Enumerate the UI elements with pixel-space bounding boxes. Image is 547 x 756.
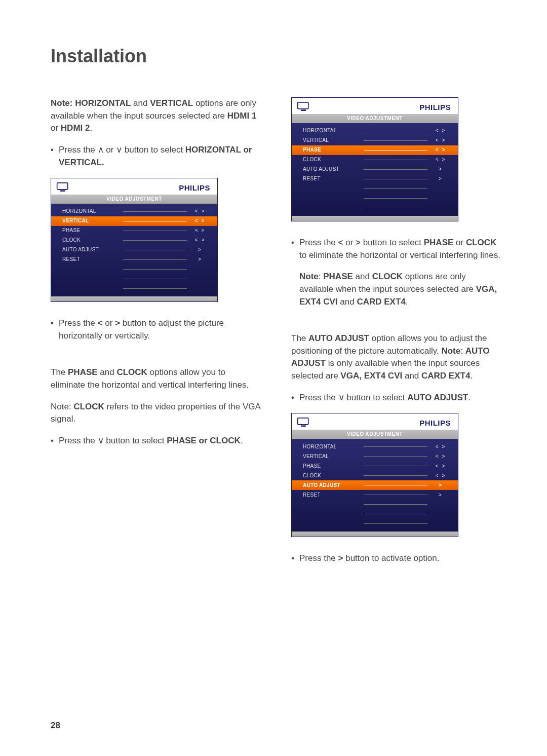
osd-row: HORIZONTAL< > — [303, 442, 451, 451]
osd-row-control: < > — [431, 127, 451, 135]
page-title: Installation — [51, 46, 501, 67]
osd-row-label: HORIZONTAL — [303, 443, 364, 451]
bullet-select-auto-adjust: Press the ∨ button to select AUTO ADJUST… — [291, 392, 501, 404]
bullet-adjust-picture: Press the < or > button to adjust the pi… — [51, 317, 261, 342]
osd-row-control: < > — [190, 227, 210, 235]
osd-row: PHASE< > — [292, 145, 458, 155]
osd-row: VERTICAL< > — [303, 136, 451, 145]
osd-row-control: > — [431, 166, 451, 173]
osd-brand: PHILIPS — [419, 102, 451, 113]
osd-row-blank — [303, 194, 451, 203]
osd-row-blank — [303, 500, 451, 509]
osd-row-label: AUTO ADJUST — [303, 482, 364, 489]
osd-row-control: > — [431, 492, 451, 499]
bullet-select-hv: Press the ∧ or ∨ button to select HORIZO… — [51, 144, 261, 169]
svg-rect-4 — [298, 418, 308, 425]
osd-row-label: PHASE — [62, 227, 123, 235]
osd-row-blank — [62, 284, 210, 293]
note-phase-clock-availability: Note: PHASE and CLOCK options are only a… — [291, 271, 501, 308]
osd-row-label: AUTO ADJUST — [303, 166, 364, 173]
osd-row-control: < > — [190, 237, 210, 244]
osd-row-label: PHASE — [303, 146, 364, 154]
right-column: PHILIPSVIDEO ADJUSTMENTHORIZONTAL< >VERT… — [291, 97, 501, 574]
osd-row-label: HORIZONTAL — [62, 208, 123, 215]
osd-row-control: > — [431, 482, 451, 489]
osd-row: PHASE< > — [62, 226, 210, 236]
osd-row-control: < > — [431, 463, 451, 470]
osd-row: RESET> — [62, 255, 210, 264]
osd-panel-auto-adjust: PHILIPSVIDEO ADJUSTMENTHORIZONTAL< >VERT… — [291, 413, 458, 537]
osd-row: VERTICAL< > — [303, 451, 451, 461]
svg-rect-0 — [57, 183, 68, 190]
osd-row: RESET> — [303, 174, 451, 184]
tv-icon — [56, 181, 69, 193]
osd-row-label: HORIZONTAL — [303, 127, 364, 135]
osd-row-control: < > — [190, 208, 210, 215]
osd-row: HORIZONTAL< > — [62, 207, 210, 216]
osd-row: RESET> — [303, 490, 451, 500]
osd-row-label: CLOCK — [303, 472, 364, 480]
osd-row-label: VERTICAL — [62, 217, 123, 225]
svg-rect-5 — [301, 426, 306, 427]
osd-row-blank — [303, 509, 451, 519]
osd-title: VIDEO ADJUSTMENT — [292, 430, 458, 439]
para-clock-note: Note: CLOCK refers to the video properti… — [51, 401, 261, 426]
osd-row-control: > — [431, 175, 451, 183]
bullet-activate-option: Press the > button to activate option. — [291, 552, 501, 565]
osd-brand: PHILIPS — [419, 418, 451, 429]
tv-icon — [297, 417, 310, 428]
bullet-select-phase-clock: Press the ∨ button to select PHASE or CL… — [51, 435, 261, 447]
osd-row-label: CLOCK — [62, 237, 123, 244]
left-column: Note: HORIZONTAL and VERTICAL options ar… — [51, 97, 261, 574]
osd-row-control: < > — [431, 137, 451, 144]
osd-title: VIDEO ADJUSTMENT — [292, 114, 458, 123]
osd-row-label: VERTICAL — [303, 137, 364, 144]
osd-row-label: RESET — [303, 492, 364, 499]
osd-row-label: RESET — [303, 175, 364, 183]
osd-row: AUTO ADJUST> — [62, 245, 210, 255]
para-auto-adjust: The AUTO ADJUST option allows you to adj… — [291, 332, 501, 383]
osd-row-blank — [62, 274, 210, 284]
osd-row: AUTO ADJUST> — [292, 480, 458, 490]
svg-rect-2 — [298, 102, 308, 109]
osd-row: CLOCK< > — [303, 155, 451, 165]
osd-row-blank — [62, 264, 210, 274]
tv-icon — [297, 101, 310, 112]
osd-panel-vertical: PHILIPSVIDEO ADJUSTMENTHORIZONTAL< >VERT… — [51, 178, 218, 302]
osd-brand: PHILIPS — [179, 182, 210, 194]
osd-row-label: AUTO ADJUST — [62, 246, 123, 254]
osd-row-control: < > — [431, 453, 451, 461]
bullet-select-phase-or-clock: Press the < or > button to select PHASE … — [291, 237, 501, 261]
svg-rect-3 — [301, 110, 306, 111]
osd-row-control: > — [190, 246, 210, 254]
osd-row-blank — [303, 184, 451, 194]
osd-row-control: > — [190, 256, 210, 263]
osd-row: PHASE< > — [303, 461, 451, 471]
osd-row: VERTICAL< > — [51, 216, 217, 226]
osd-row-label: PHASE — [303, 463, 364, 470]
osd-row-control: < > — [431, 443, 451, 451]
osd-row: HORIZONTAL< > — [303, 126, 451, 136]
osd-row-control: < > — [431, 156, 451, 164]
osd-row-control: < > — [190, 217, 210, 225]
osd-title: VIDEO ADJUSTMENT — [51, 195, 217, 204]
page-number: 28 — [51, 721, 60, 731]
note-horizontal-vertical: Note: HORIZONTAL and VERTICAL options ar… — [51, 97, 261, 135]
osd-row: CLOCK< > — [303, 471, 451, 480]
osd-row-label: CLOCK — [303, 156, 364, 164]
osd-row: CLOCK< > — [62, 236, 210, 245]
svg-rect-1 — [60, 191, 65, 192]
osd-row-control: < > — [431, 472, 451, 480]
osd-row-blank — [303, 203, 451, 213]
osd-row-label: VERTICAL — [303, 453, 364, 461]
osd-row-blank — [303, 519, 451, 528]
osd-row: AUTO ADJUST> — [303, 165, 451, 174]
osd-row-label: RESET — [62, 256, 123, 263]
para-phase-clock-desc: The PHASE and CLOCK options allow you to… — [51, 366, 261, 391]
osd-row-control: < > — [431, 146, 451, 154]
osd-panel-phase: PHILIPSVIDEO ADJUSTMENTHORIZONTAL< >VERT… — [291, 97, 458, 221]
